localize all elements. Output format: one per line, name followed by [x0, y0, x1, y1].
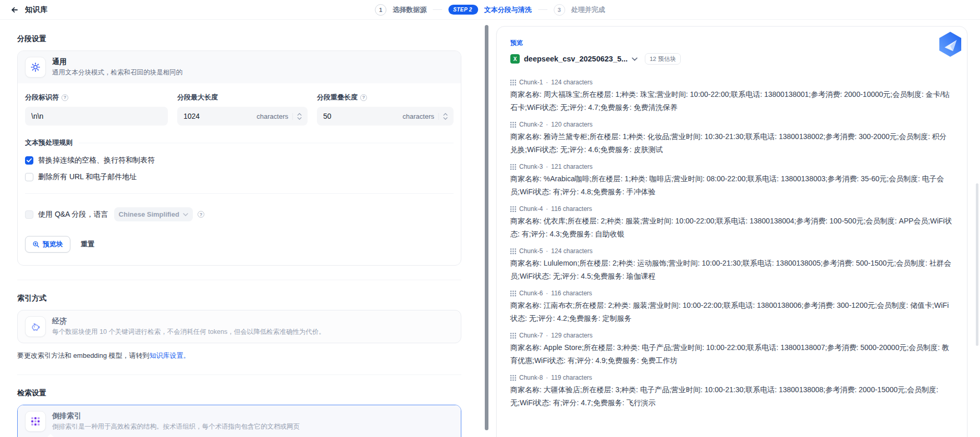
back-button[interactable] [8, 4, 21, 16]
page-title: 知识库 [25, 5, 48, 15]
chunk-length: 116 characters [551, 205, 592, 213]
chunk-text: 商家名称: 优衣库;所在楼层: 2;种类: 服装;营业时间: 10:00-22:… [510, 215, 953, 241]
checkbox[interactable] [25, 173, 33, 181]
chunk-length: 129 characters [551, 332, 592, 339]
card-notch [47, 434, 54, 437]
chunk-length: 120 characters [551, 121, 592, 128]
general-mode-header: 通用 通用文本分块模式，检索和召回的块是相同的 [18, 51, 461, 83]
help-icon: ? [62, 94, 68, 101]
preview-label: 预览 [510, 39, 953, 47]
file-name: deepseek_csv_20250623_5... [524, 55, 628, 63]
csv-file-icon: X [510, 54, 520, 64]
rule-row-whitespace[interactable]: 替换掉连续的空格、换行符和制表符 [25, 156, 454, 165]
chunk-length: 124 characters [551, 79, 592, 86]
segmentation-section-title: 分段设置 [17, 34, 461, 44]
chunk-id: Chunk-7 [519, 332, 543, 339]
max-length-stepper[interactable] [292, 113, 305, 120]
qa-checkbox[interactable] [25, 210, 33, 219]
grid-dots-icon [510, 206, 516, 212]
overlap-label: 分段重叠长度 [317, 93, 358, 102]
max-length-label: 分段最大长度 [177, 93, 218, 102]
chunk-id: Chunk-4 [519, 205, 543, 213]
panel-resize-handle[interactable] [485, 25, 488, 430]
max-length-input[interactable] [183, 112, 256, 120]
general-mode-title: 通用 [52, 57, 182, 67]
segmentation-form: 分段标识符 ? 分段最大长度 characters [18, 83, 461, 265]
grid-dots-icon [510, 248, 516, 254]
chunk-meta-separator: · [546, 205, 548, 213]
chevron-up-icon [443, 113, 448, 116]
max-length-unit: characters [256, 113, 288, 120]
overlap-stepper[interactable] [438, 113, 451, 120]
max-length-input-box: characters [177, 107, 308, 126]
chevron-down-icon[interactable] [632, 57, 638, 61]
chunk-text: 商家名称: 大疆体验店;所在楼层: 3;种类: 电子产品;营业时间: 10:00… [510, 383, 953, 409]
inverted-index-card[interactable]: 倒排索引 倒排索引是一种用于高效检索的结构。按术语组织，每个术语指向包含它的文档… [17, 405, 461, 437]
step-dash [433, 9, 442, 10]
grid-dots-icon [510, 164, 516, 170]
chunk-item: Chunk-7 · 129 characters 商家名称: Apple Sto… [510, 332, 953, 367]
settings-panel: 分段设置 通用 通用文本分块模式，检索和召回的块是相同的 分段标识符 ? [17, 27, 461, 437]
step-indicator: 1 选择数据源 STEP 2 文本分段与清洗 3 处理并完成 [375, 0, 605, 19]
inverted-index-title: 倒排索引 [52, 411, 300, 421]
chunk-item: Chunk-2 · 120 characters 商家名称: 雅诗兰黛专柜;所在… [510, 121, 953, 156]
chevron-down-icon [297, 117, 302, 120]
chunk-item: Chunk-5 · 124 characters 商家名称: Lululemon… [510, 247, 953, 283]
chunk-item: Chunk-8 · 119 characters 商家名称: 大疆体验店;所在楼… [510, 374, 953, 409]
grid-dots-icon [510, 375, 516, 381]
estimated-chunks-badge: 12 预估块 [645, 53, 681, 65]
divider [17, 280, 461, 280]
chunk-meta-separator: · [546, 163, 548, 170]
reset-button[interactable]: 重置 [81, 240, 94, 249]
index-note: 要更改索引方法和 embedding 模型，请转到知识库设置。 [17, 351, 461, 360]
delimiter-input[interactable] [31, 112, 166, 120]
chunk-meta-separator: · [546, 290, 548, 297]
chunk-length: 121 characters [551, 163, 592, 170]
divider [17, 374, 461, 375]
arrow-left-icon [10, 6, 19, 14]
chunk-id: Chunk-2 [519, 121, 543, 128]
grid-dots-icon [510, 333, 516, 339]
inverted-index-description: 倒排索引是一种用于高效检索的结构。按术语组织，每个术语指向包含它的文档或网页 [52, 422, 300, 431]
top-bar: 知识库 1 选择数据源 STEP 2 文本分段与清洗 3 处理并完成 [0, 0, 980, 20]
chunk-item: Chunk-6 · 116 characters 商家名称: 江南布衣;所在楼层… [510, 290, 953, 325]
qa-label: 使用 Q&A 分段，语言 [38, 210, 108, 219]
qa-language-select[interactable]: Chinese Simplified [114, 207, 193, 221]
chunk-item: Chunk-1 · 124 characters 商家名称: 周大福珠宝;所在楼… [510, 79, 953, 114]
chevron-down-icon [183, 213, 188, 216]
page-scrollbar[interactable] [976, 183, 978, 346]
step2-label: 文本分段与清洗 [484, 5, 532, 15]
general-mode-card[interactable]: 通用 通用文本分块模式，检索和召回的块是相同的 分段标识符 ? 分段最大 [17, 51, 461, 266]
check-icon [27, 158, 32, 163]
chunk-text: 商家名称: Apple Store;所在楼层: 3;种类: 电子产品;营业时间:… [510, 341, 953, 367]
overlap-input[interactable] [323, 112, 402, 120]
kb-settings-link[interactable]: 知识库设置。 [150, 352, 190, 359]
chunk-id: Chunk-1 [519, 79, 543, 86]
chunk-text: 商家名称: %Arabica咖啡;所在楼层: 1;种类: 咖啡店;营业时间: 0… [510, 172, 953, 198]
rule-row-url-email[interactable]: 删除所有 URL 和电子邮件地址 [25, 172, 454, 182]
economy-mode-description: 每个数据块使用 10 个关键词进行检索，不会消耗任何 tokens，但会以降低检… [52, 328, 325, 336]
economy-mode-card[interactable]: 经济 每个数据块使用 10 个关键词进行检索，不会消耗任何 tokens，但会以… [17, 310, 461, 343]
preview-chunks-button[interactable]: 预览块 [25, 236, 70, 253]
general-mode-description: 通用文本分块模式，检索和召回的块是相同的 [52, 68, 182, 77]
checkbox[interactable] [25, 156, 33, 165]
grid-dots-icon [510, 291, 516, 296]
app-logo-icon [937, 31, 963, 57]
help-icon: ? [198, 211, 204, 218]
retrieval-section-title: 检索设置 [17, 389, 461, 398]
qa-language-value: Chinese Simplified [119, 210, 179, 218]
chunk-text: 商家名称: 雅诗兰黛专柜;所在楼层: 1;种类: 化妆品;营业时间: 10:30… [510, 130, 953, 156]
index-section-title: 索引方式 [17, 294, 461, 303]
preview-panel: 预览 X deepseek_csv_20250623_5... 12 预估块 C… [496, 26, 967, 437]
step3-label: 处理并完成 [571, 5, 605, 15]
rule-label: 替换掉连续的空格、换行符和制表符 [38, 156, 155, 165]
chunk-id: Chunk-8 [519, 374, 543, 381]
chunk-item: Chunk-3 · 121 characters 商家名称: %Arabica咖… [510, 163, 953, 198]
grid-dots-icon [510, 80, 516, 85]
chunk-id: Chunk-6 [519, 290, 543, 297]
economy-mode-title: 经济 [52, 317, 325, 326]
preprocess-rules-title: 文本预处理规则 [25, 138, 72, 147]
step1-circle: 1 [375, 4, 386, 16]
grid-dots-icon [510, 122, 516, 128]
chevron-down-icon [443, 117, 448, 120]
